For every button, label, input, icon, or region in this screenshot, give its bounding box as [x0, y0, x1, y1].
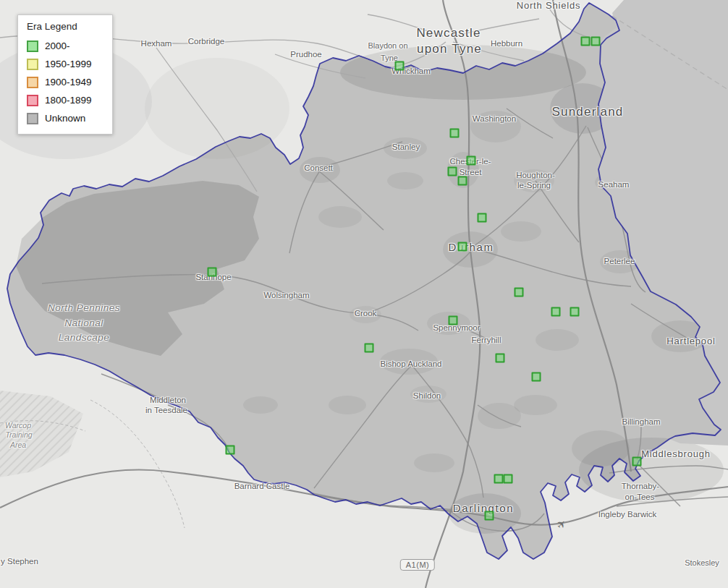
legend-item-1950-1999: 1950-1999: [27, 55, 105, 73]
era-marker[interactable]: [496, 354, 505, 363]
legend-item-1800-1899: 1800-1899: [27, 91, 105, 109]
legend-label-unknown: Unknown: [45, 113, 85, 124]
era-marker[interactable]: [467, 156, 476, 166]
era-marker[interactable]: [532, 372, 541, 382]
era-marker[interactable]: [632, 457, 642, 466]
era-marker[interactable]: [504, 474, 513, 484]
era-marker[interactable]: [581, 37, 591, 46]
era-swatch-2000: [27, 41, 38, 52]
era-marker[interactable]: [515, 288, 524, 297]
era-marker[interactable]: [208, 268, 217, 277]
era-marker[interactable]: [551, 307, 561, 317]
legend-label-1900-1949: 1900-1949: [45, 77, 92, 88]
era-marker[interactable]: [226, 446, 235, 455]
era-swatch-1800-1899: [27, 95, 38, 106]
era-marker[interactable]: [485, 511, 494, 521]
era-swatch-1950-1999: [27, 59, 38, 70]
era-marker[interactable]: [570, 307, 580, 317]
legend-item-2000: 2000-: [27, 37, 105, 55]
era-swatch-1900-1949: [27, 77, 38, 88]
map-canvas[interactable]: North ShieldsNewcastleupon TyneHebburnBl…: [0, 0, 728, 588]
era-marker[interactable]: [448, 167, 457, 176]
era-marker[interactable]: [494, 474, 504, 484]
era-marker[interactable]: [450, 129, 460, 138]
era-marker[interactable]: [365, 344, 374, 353]
legend-label-1800-1899: 1800-1899: [45, 95, 92, 106]
era-marker[interactable]: [478, 213, 487, 223]
era-marker[interactable]: [395, 61, 405, 71]
legend-label-2000: 2000-: [45, 41, 70, 51]
era-marker[interactable]: [449, 316, 458, 325]
era-marker[interactable]: [591, 37, 601, 46]
era-legend: Era Legend 2000- 1950-1999 1900-1949 180…: [17, 14, 113, 135]
legend-title: Era Legend: [27, 21, 105, 32]
era-swatch-unknown: [27, 113, 38, 124]
era-marker[interactable]: [458, 242, 467, 252]
legend-item-unknown: Unknown: [27, 109, 105, 127]
legend-item-1900-1949: 1900-1949: [27, 73, 105, 91]
era-marker[interactable]: [458, 176, 467, 186]
legend-label-1950-1999: 1950-1999: [45, 59, 92, 69]
